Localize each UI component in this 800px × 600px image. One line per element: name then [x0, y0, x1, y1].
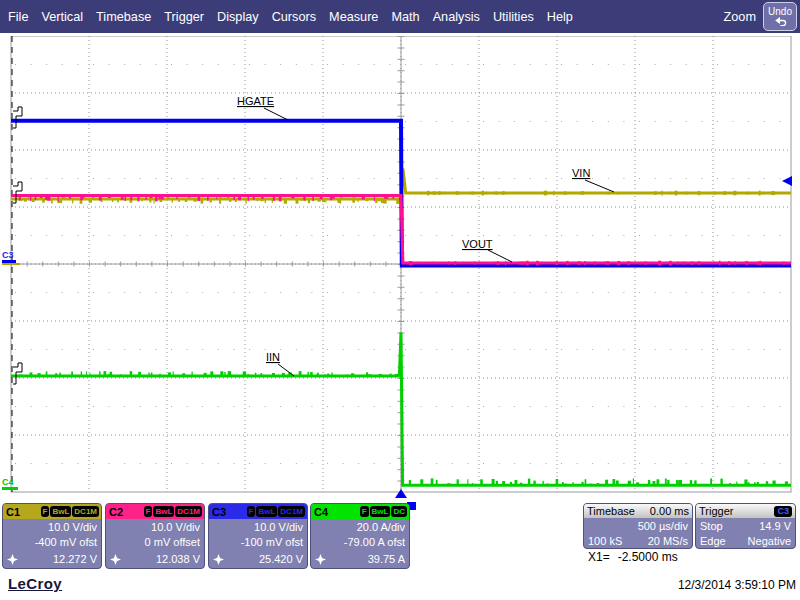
trigger-source-badge: C3	[774, 506, 792, 517]
cursor-cross-icon	[7, 554, 18, 565]
trigger-level: 14.9 V	[759, 519, 791, 533]
waveform-display[interactable]: HGATEVINVOUTIINC3C4	[0, 36, 800, 512]
cursor-value: -2.5000 ms	[618, 550, 678, 564]
channel-box-c2[interactable]: C2 F BwL DC1M 10.0 V/div 0 mV offset 12.…	[105, 503, 205, 569]
undo-icon	[774, 17, 787, 28]
trace-label-hgate: HGATE	[237, 95, 274, 107]
undo-button-label: Undo	[768, 6, 792, 17]
trace-label-vout: VOUT	[462, 238, 493, 250]
cursor-cross-icon	[110, 554, 121, 565]
channel-box-c3[interactable]: C3 F BwL DC1M 10.0 V/div -100 mV ofst 25…	[208, 503, 308, 569]
channel-box-c1[interactable]: C1 F BwL DC1M 10.0 V/div -400 mV ofst 12…	[2, 503, 102, 569]
coupling-badge: F	[144, 506, 153, 517]
input-badge: DC	[391, 506, 407, 517]
input-badge: DC1M	[72, 506, 99, 517]
input-badge: DC1M	[175, 506, 202, 517]
menu-display[interactable]: Display	[217, 10, 259, 24]
input-badge: DC1M	[278, 506, 305, 517]
timebase-scale: 500 µs/div	[638, 519, 688, 533]
trigger-type: Edge	[700, 534, 726, 548]
trace-label-vin: VIN	[572, 167, 590, 179]
cursor-cross-icon	[213, 554, 224, 565]
bwl-badge: BwL	[50, 506, 71, 517]
menu-bar: File Vertical Timebase Trigger Display C…	[0, 0, 800, 33]
menu-timebase[interactable]: Timebase	[96, 10, 151, 24]
trigger-title: Trigger	[699, 505, 733, 517]
timebase-rate: 20 MS/s	[648, 534, 688, 548]
oscilloscope-screen: File Vertical Timebase Trigger Display C…	[0, 0, 800, 600]
channel-scale: 20.0 A/div	[311, 520, 409, 534]
trigger-mode: Stop	[700, 519, 723, 533]
menu-analysis[interactable]: Analysis	[433, 10, 480, 24]
coupling-badge: F	[360, 506, 369, 517]
trigger-slope: Negative	[748, 534, 791, 548]
menu-measure[interactable]: Measure	[329, 10, 378, 24]
undo-button[interactable]: Undo	[763, 2, 797, 31]
channel-id: C2	[109, 506, 123, 518]
cursor-readout: X1= -2.5000 ms	[588, 550, 678, 564]
timestamp: 12/3/2014 3:59:10 PM	[678, 578, 796, 592]
lecroy-logo: LeCroy	[8, 575, 62, 592]
channel-measurement: 25.420 V	[259, 553, 303, 565]
channel-offset: 0 mV offset	[106, 535, 204, 549]
timebase-samples: 100 kS	[588, 534, 622, 548]
bwl-badge: BwL	[153, 506, 174, 517]
coupling-badge: F	[247, 506, 256, 517]
channel-offset: -400 mV ofst	[3, 535, 101, 549]
coupling-badge: F	[41, 506, 50, 517]
menu-math[interactable]: Math	[391, 10, 419, 24]
menu-file[interactable]: File	[8, 10, 28, 24]
timebase-delay: 0.00 ms	[650, 505, 689, 517]
channel-id: C1	[6, 506, 20, 518]
bwl-badge: BwL	[370, 506, 391, 517]
cursor-label: X1=	[588, 550, 610, 564]
menu-trigger[interactable]: Trigger	[164, 10, 204, 24]
channel-id: C3	[212, 506, 226, 518]
timebase-box[interactable]: Timebase 0.00 ms 500 µs/div 100 kS 20 MS…	[583, 503, 693, 549]
menu-items: File Vertical Timebase Trigger Display C…	[8, 10, 573, 24]
channel-measurement: 12.272 V	[53, 553, 97, 565]
menu-utilities[interactable]: Utilities	[493, 10, 534, 24]
channel-id: C4	[314, 506, 328, 518]
channel-scale: 10.0 V/div	[106, 520, 204, 534]
channel-measurement: 12.038 V	[156, 553, 200, 565]
menu-cursors[interactable]: Cursors	[272, 10, 316, 24]
timebase-title: Timebase	[587, 505, 635, 517]
edge-marker-c4: C4	[2, 477, 14, 487]
edge-marker-c3: C3	[2, 250, 14, 260]
channel-scale: 10.0 V/div	[3, 520, 101, 534]
menu-zoom[interactable]: Zoom	[724, 10, 756, 24]
channel-scale: 10.0 V/div	[209, 520, 307, 534]
channel-measurement: 39.75 A	[368, 553, 405, 565]
channel-offset: -100 mV ofst	[209, 535, 307, 549]
menu-vertical[interactable]: Vertical	[41, 10, 83, 24]
bwl-badge: BwL	[256, 506, 277, 517]
trace-label-iin: IIN	[266, 351, 280, 363]
menu-help[interactable]: Help	[547, 10, 573, 24]
cursor-cross-icon	[315, 554, 326, 565]
trigger-box[interactable]: Trigger C3 Stop 14.9 V Edge Negative	[695, 503, 796, 549]
channel-offset: -79.00 A ofst	[311, 535, 409, 549]
channel-box-c4[interactable]: C4 F BwL DC 20.0 A/div -79.00 A ofst 39.…	[310, 503, 410, 569]
